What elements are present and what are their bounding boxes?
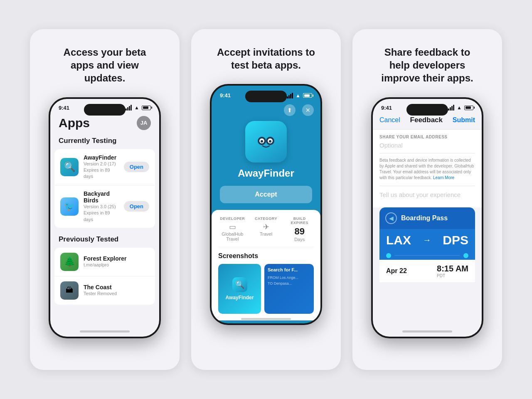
- build-expires-value: 89: [285, 227, 314, 236]
- developer-name: GlobalHub Travel: [218, 232, 247, 241]
- feedback-submit-btn[interactable]: Submit: [453, 116, 475, 124]
- awayfinder-name: AwayFinder: [84, 154, 119, 161]
- from-airport: LAX: [386, 233, 411, 247]
- card-3: Share feedback to help developers improv…: [352, 29, 502, 370]
- developer-icon: ▭: [218, 222, 247, 232]
- status-icons-2: ▲: [287, 93, 312, 99]
- status-icons-1: ▲: [126, 105, 151, 111]
- svg-point-4: [261, 140, 263, 143]
- app-row-the-coast[interactable]: 🏔 The Coast Tester Removed: [54, 276, 155, 305]
- apps-header: Apps JA: [50, 113, 159, 137]
- the-coast-icon: 🏔: [60, 281, 79, 300]
- feedback-cancel-btn[interactable]: Cancel: [379, 116, 400, 124]
- wifi-icon-2: ▲: [296, 93, 300, 99]
- invite-app-name: AwayFinder: [212, 167, 320, 179]
- build-expires-unit: Days: [285, 237, 314, 242]
- dynamic-island-3: [406, 104, 448, 116]
- bp-route: LAX → DPS: [379, 229, 475, 251]
- bp-time: 8:15 AM: [437, 264, 468, 273]
- screenshots-header: Screenshots: [218, 252, 314, 260]
- bp-divider: [394, 255, 460, 256]
- home-indicator-3: [402, 330, 452, 332]
- wifi-icon-3: ▲: [457, 105, 462, 111]
- feedback-body: SHARE YOUR EMAIL ADDRESS Optional Beta f…: [373, 130, 482, 207]
- bp-bottom: Apr 22 8:15 AM PDT: [379, 260, 475, 282]
- screenshot-to-label: TO Denpasa...: [268, 281, 310, 286]
- invite-meta-row: DEVELOPER ▭ GlobalHub Travel CATEGORY ✈ …: [218, 217, 314, 247]
- bp-dots-row: [379, 251, 475, 260]
- screenshot-app-icon: 🔍: [232, 277, 247, 292]
- time-3: 9:41: [381, 105, 392, 111]
- battery-icon-1: [142, 106, 151, 110]
- time-1: 9:41: [59, 105, 69, 111]
- status-icons-3: ▲: [448, 105, 473, 111]
- bp-date: Apr 22: [386, 267, 407, 275]
- phone-3: 9:41 ▲ Cancel Feedback Submit: [371, 97, 483, 338]
- screenshot-1: 🔍 AwayFinder: [218, 264, 261, 314]
- learn-more-link[interactable]: Learn More: [433, 175, 454, 180]
- accept-button[interactable]: Accept: [220, 186, 312, 203]
- backyard-birds-icon: 🐦: [60, 197, 79, 216]
- invite-app-icon: [245, 121, 287, 163]
- category-name: Travel: [252, 232, 281, 236]
- phone-1: 9:41 ▲ Apps JA Currently Tes: [49, 97, 161, 338]
- to-airport: DPS: [443, 233, 468, 247]
- backyard-birds-meta: Version 3.0 (25)Expires in 89 days: [84, 204, 119, 223]
- card-1-title: Access your beta apps and view updates.: [51, 46, 159, 85]
- dynamic-island-2: [245, 91, 287, 102]
- build-expires-label: BUILD EXPIRES: [285, 217, 314, 225]
- previously-tested-header: Previously Tested: [50, 235, 159, 248]
- currently-testing-list: 🔍 AwayFinder Version 2.0 (17)Expires in …: [54, 149, 155, 228]
- experience-input[interactable]: Tell us about your experience: [379, 191, 475, 202]
- backyard-birds-info: Backyard Birds Version 3.0 (25)Expires i…: [84, 190, 119, 223]
- bp-dot-left: [386, 253, 391, 258]
- svg-point-5: [269, 140, 271, 143]
- cards-container: Access your beta apps and view updates. …: [30, 29, 502, 370]
- email-input[interactable]: Optional: [379, 142, 475, 153]
- category-label: CATEGORY: [252, 217, 281, 221]
- feedback-nav-title: Feedback: [410, 116, 443, 124]
- category-icon: ✈: [252, 222, 281, 232]
- bp-timezone: PDT: [437, 273, 468, 278]
- app-row-backyard-birds[interactable]: 🐦 Backyard Birds Version 3.0 (25)Expires…: [54, 185, 155, 228]
- card-2: Accept invitations to test beta apps. 9:…: [191, 29, 341, 370]
- awayfinder-icon: 🔍: [60, 158, 79, 176]
- bp-top: ◀ Boarding Pass: [379, 207, 475, 229]
- forest-explorer-info: Forest Explorer t.me/aaplpro: [84, 255, 149, 268]
- phone-3-screen: 9:41 ▲ Cancel Feedback Submit: [373, 99, 482, 337]
- forest-explorer-name: Forest Explorer: [84, 255, 149, 262]
- backyard-birds-open-btn[interactable]: Open: [124, 201, 149, 212]
- forest-explorer-icon: 🌲: [60, 253, 79, 271]
- card-2-title: Accept invitations to test beta apps.: [212, 46, 320, 71]
- forest-explorer-meta: t.me/aaplpro: [84, 262, 149, 268]
- awayfinder-meta: Version 2.0 (17)Expires in 89 days: [84, 161, 119, 180]
- wifi-icon-1: ▲: [134, 105, 139, 111]
- user-avatar: JA: [137, 116, 151, 130]
- phone-1-screen: 9:41 ▲ Apps JA Currently Tes: [50, 99, 159, 337]
- app-row-awayfinder[interactable]: 🔍 AwayFinder Version 2.0 (17)Expires in …: [54, 149, 155, 185]
- time-2: 9:41: [220, 92, 231, 99]
- dynamic-island-1: [84, 104, 126, 116]
- developer-label: DEVELOPER: [218, 217, 247, 221]
- screenshots-row: 🔍 AwayFinder Search for F... FROM Los An…: [218, 264, 314, 314]
- close-btn[interactable]: ✕: [302, 104, 314, 116]
- phone-2-screen: 9:41 ▲: [212, 86, 320, 323]
- app-row-forest-explorer[interactable]: 🌲 Forest Explorer t.me/aaplpro: [54, 248, 155, 276]
- screenshot-app-name: AwayFinder: [226, 295, 254, 300]
- home-indicator-2: [241, 318, 291, 320]
- the-coast-meta: Tester Removed: [84, 291, 149, 297]
- awayfinder-open-btn[interactable]: Open: [124, 162, 149, 172]
- signal-icon-2: [287, 93, 293, 99]
- card-3-title: Share feedback to help developers improv…: [373, 46, 481, 85]
- boarding-pass-preview: ◀ Boarding Pass LAX → DPS Apr 22: [379, 207, 475, 291]
- the-coast-name: The Coast: [84, 284, 149, 291]
- build-expires-meta: BUILD EXPIRES 89 Days: [285, 217, 314, 241]
- share-btn[interactable]: ⬆: [284, 104, 296, 116]
- bp-back-btn[interactable]: ◀: [385, 212, 397, 224]
- home-indicator-1: [80, 330, 130, 332]
- email-section-label: SHARE YOUR EMAIL ADDRESS: [379, 135, 475, 139]
- signal-icon-3: [448, 105, 454, 111]
- battery-icon-2: [303, 93, 312, 98]
- backyard-birds-name: Backyard Birds: [84, 190, 119, 204]
- signal-icon-1: [126, 105, 132, 111]
